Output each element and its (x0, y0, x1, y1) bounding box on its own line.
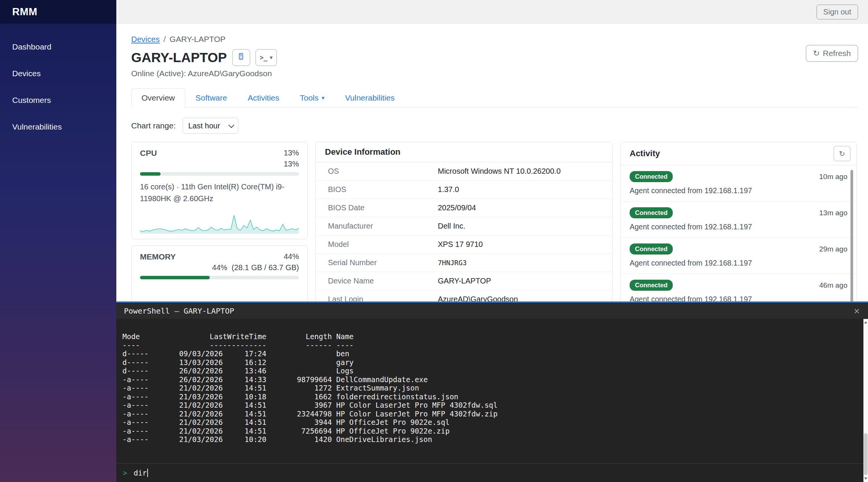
activity-time: 46m ago (819, 281, 847, 290)
device-status: Online (Active): AzureAD\GaryGoodson (131, 69, 858, 78)
close-icon[interactable]: ✕ (854, 306, 860, 315)
refresh-label: Refresh (823, 49, 851, 58)
chart-range-select[interactable]: Last hour (183, 118, 238, 134)
prompt-icon: > (123, 469, 127, 477)
breadcrumb-separator: / (164, 35, 166, 43)
terminal-line: ---- ------------- ------ ---- (122, 341, 859, 350)
activity-time: 10m ago (819, 173, 847, 181)
refresh-button[interactable]: ↻Refresh (806, 45, 858, 62)
tab-vulnerabilities[interactable]: Vulnerabilities (335, 88, 405, 107)
activity-scrollbar[interactable] (850, 170, 853, 303)
device-info-value-serial: 7HNJRG3 (438, 259, 467, 267)
terminal-line: d----- 13/03/2026 16:12 gary (122, 358, 859, 367)
device-details-button[interactable] (232, 49, 250, 66)
sign-out-button[interactable]: Sign out (817, 5, 858, 19)
terminal-line: -a---- 21/02/2026 14:51 23244798 HP Colo… (122, 410, 859, 418)
list-item: Connected13m ago Agent connected from 19… (620, 202, 857, 238)
device-info-value: Dell Inc. (438, 222, 465, 231)
status-badge: Connected (630, 280, 673, 291)
terminal-line: -a---- 21/03/2026 10:20 1420 OneDriveLib… (122, 435, 859, 444)
tab-label: Overview (141, 93, 175, 102)
breadcrumb: Devices/GARY-LAPTOP (131, 35, 858, 44)
terminal-line: -a---- 21/02/2026 14:51 7256694 HP Offic… (122, 427, 859, 436)
terminal-line: -a---- 26/02/2026 14:33 98799664 DellCom… (122, 375, 859, 384)
status-badge: Connected (630, 171, 673, 182)
terminal-line: Mode LastWriteTime Length Name (122, 332, 859, 341)
terminal-line: -a---- 21/02/2026 14:51 3944 HP OfficeJe… (122, 418, 859, 427)
terminal-line: -a---- 21/03/2026 10:18 1662 folderredir… (122, 392, 859, 401)
cpu-percent-detail: 13% (140, 160, 299, 168)
scroll-down-icon (864, 477, 867, 480)
breadcrumb-current: GARY-LAPTOP (170, 35, 226, 43)
terminal-line: -a---- 21/02/2026 14:51 3967 HP Color La… (122, 401, 859, 410)
sidebar-nav: Dashboard Devices Customers Vulnerabilit… (0, 24, 116, 140)
list-item: Connected29m ago Agent connected from 19… (620, 238, 857, 274)
terminal-title: PowerShell — GARY-LAPTOP (124, 306, 234, 315)
refresh-icon: ↻ (839, 150, 845, 158)
device-info-value: 2025/09/04 (438, 203, 476, 212)
tab-tools[interactable]: Tools▾ (289, 88, 335, 107)
activity-time: 13m ago (819, 209, 847, 217)
table-row: Serial Number 7HNJRG3 (316, 254, 612, 272)
tab-overview[interactable]: Overview (131, 88, 185, 107)
terminal-line: d----- 26/02/2026 13:46 Logs (122, 367, 859, 375)
device-info-value: GARY-LAPTOP (438, 277, 491, 285)
table-row: BIOS 1.37.0 (316, 181, 612, 199)
sidebar-item-label: Devices (12, 69, 41, 78)
memory-percent: 44% (284, 252, 299, 261)
tab-label: Activities (248, 93, 279, 102)
device-info-label: Model (316, 240, 438, 249)
terminal-scrollbar[interactable] (863, 319, 868, 482)
table-row: Model XPS 17 9710 (316, 235, 612, 254)
tab-software[interactable]: Software (185, 88, 238, 107)
breadcrumb-devices-link[interactable]: Devices (131, 35, 160, 43)
sidebar-item-label: Vulnerabilities (12, 122, 62, 131)
device-info-label: Device Name (316, 277, 438, 285)
cpu-card-title: CPU (140, 149, 157, 158)
chevron-down-icon: ▾ (270, 54, 273, 61)
device-info-label: OS (316, 167, 438, 176)
status-badge: Connected (630, 243, 673, 255)
device-info-label: BIOS Date (316, 203, 438, 212)
app-logo: RMM (0, 0, 116, 24)
device-info-value: 1.37.0 (438, 185, 459, 194)
device-info-title: Device Information (316, 142, 612, 162)
memory-percent-detail: 44% (28.1 GB / 63.7 GB) (140, 263, 299, 272)
scroll-up-icon (864, 321, 867, 323)
terminal-input[interactable]: > dir (116, 463, 868, 482)
device-info-label: BIOS (316, 185, 438, 194)
table-row: Device Name GARY-LAPTOP (316, 272, 612, 290)
sidebar-item-devices[interactable]: Devices (0, 60, 116, 87)
device-info-label: Manufacturer (316, 222, 438, 231)
sidebar-item-dashboard[interactable]: Dashboard (0, 34, 116, 60)
activity-text: Agent connected from 192.168.1.197 (630, 186, 847, 195)
cpu-usage-chart (140, 209, 299, 234)
cpu-percent: 13% (284, 149, 299, 158)
terminal-output: Mode LastWriteTime Length Name ---- ----… (116, 319, 868, 444)
refresh-icon: ↻ (813, 49, 820, 58)
top-bar: Sign out (116, 0, 868, 24)
tab-activities[interactable]: Activities (237, 88, 289, 107)
chart-range-row: Chart range: Last hour (131, 118, 858, 134)
text-cursor (147, 469, 148, 477)
cpu-card: CPU 13% 13% 16 core(s) · 11th Gen Intel(… (131, 142, 308, 239)
title-row: GARY-LAPTOP >_ ▾ (131, 49, 858, 66)
activity-text: Agent connected from 192.168.1.197 (630, 259, 847, 267)
activity-time: 29m ago (819, 245, 847, 253)
tab-label: Tools (300, 93, 318, 102)
chart-range-label: Chart range: (131, 121, 176, 130)
activity-title: Activity (630, 149, 660, 159)
sidebar-item-customers[interactable]: Customers (0, 87, 116, 114)
tab-label: Software (196, 93, 227, 102)
table-row: BIOS Date 2025/09/04 (316, 199, 612, 217)
device-info-value: Microsoft Windows NT 10.0.26200.0 (438, 167, 561, 176)
chevron-down-icon (228, 122, 235, 128)
tab-bar: Overview Software Activities Tools▾ Vuln… (131, 88, 858, 107)
terminal-icon: >_ (260, 54, 267, 61)
device-info-label: Serial Number (316, 258, 438, 267)
activity-refresh-button[interactable]: ↻ (834, 146, 850, 161)
sidebar-item-vulnerabilities[interactable]: Vulnerabilities (0, 114, 116, 140)
terminal-panel: PowerShell — GARY-LAPTOP ✕ Mode LastWrit… (116, 301, 868, 482)
terminal-line: d----- 09/03/2026 17:24 ben (122, 349, 859, 358)
terminal-dropdown-button[interactable]: >_ ▾ (256, 49, 277, 66)
